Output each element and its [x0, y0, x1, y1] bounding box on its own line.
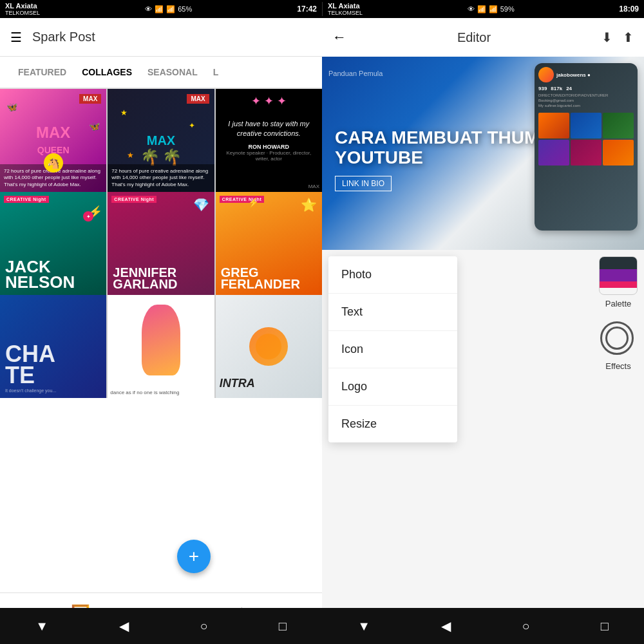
quote-card[interactable]: ✦ ✦ ✦ I just have to stay with my creati…: [216, 89, 322, 192]
download-button[interactable]: ⬇: [601, 30, 612, 45]
horse-icon: 🐴: [44, 153, 63, 173]
right-panel: ← Editor ⬇ ⬆ Panduan Pemula CARA MEMBUAT…: [322, 0, 644, 644]
tab-seasonal[interactable]: SEASONAL: [140, 57, 205, 88]
phone-avatar: [538, 67, 554, 82]
jack-nelson-card[interactable]: CREATIVE Night JACKNELSON ⚡ ✦: [0, 192, 106, 295]
fab-plus-icon: +: [189, 546, 199, 567]
creative-tag: CREATIVE Night: [4, 196, 49, 203]
status-right-time: 18:09: [619, 5, 639, 14]
menu-icon[interactable]: ☰: [10, 30, 22, 45]
system-nav-left: ▼ ◀ ○ □: [0, 608, 322, 644]
tab-featured[interactable]: FEATURED: [10, 57, 74, 88]
nav-recent-right[interactable]: □: [601, 619, 609, 634]
system-nav-right: ▼ ◀ ○ □: [322, 608, 644, 644]
effects-label: Effects: [605, 361, 631, 371]
phone-stats: 939 817k 24: [538, 86, 634, 91]
status-left-brand: XL Axiata TELKOMSEL: [5, 2, 40, 16]
jennifer-name: JENNIFERGARLAND: [113, 267, 177, 290]
intra-card[interactable]: INTRA: [216, 295, 322, 398]
status-left-icons: 👁 📶 📶 65%: [145, 5, 192, 14]
greg-ferlander-card[interactable]: CREATIVE Night GREGFERLANDER ⭐ ⚡: [216, 192, 322, 295]
right-toolbar: Palette Effects: [599, 256, 638, 371]
status-right-icons: 👁 📶 📶 59%: [468, 5, 515, 14]
palette-icon: [599, 256, 638, 295]
badge-icon: ✦: [83, 211, 93, 222]
status-left-time: 17:42: [297, 5, 317, 14]
phone-thumb-6: [603, 140, 634, 166]
fab-add-button[interactable]: +: [177, 540, 211, 573]
nav-recent-left[interactable]: □: [279, 619, 287, 634]
grid-row-3: CHATE It doesn't challenge you... dance …: [0, 295, 322, 398]
tab-collages[interactable]: COLLAGES: [74, 57, 140, 88]
menu-text-item[interactable]: Text: [328, 294, 457, 331]
palm-icons: 🌴 🌴: [114, 148, 207, 166]
star-icon: ⭐: [301, 197, 317, 213]
canvas-background: Panduan Pemula CARA MEMBUAT THUMBNAIL YO…: [322, 57, 644, 250]
app-title: Spark Post: [32, 30, 95, 44]
butterfly-icon: 🦋: [6, 102, 17, 112]
effects-tool-button[interactable]: Effects: [599, 321, 638, 371]
max-logo-dark: MAX: [187, 94, 209, 104]
max-dark-card[interactable]: MAX MAX ★ ✦ ★ 🌴 🌴 72 hours of pure creat…: [108, 89, 214, 192]
jack-name: JACKNELSON: [5, 260, 75, 290]
jennifer-garland-card[interactable]: CREATIVE Night JENNIFERGARLAND 💎: [108, 192, 214, 295]
max-logo: MAX: [79, 94, 101, 104]
phone-username: jakobowens ●: [556, 72, 591, 78]
phone-stat-2: 817k: [551, 86, 562, 91]
quote-decoration: ✦ ✦ ✦: [216, 94, 322, 108]
editor-title: Editor: [457, 30, 491, 45]
diamond-icon: 💎: [193, 197, 209, 213]
editor-dropdown-menu: Photo Text Icon Logo Resize: [328, 256, 457, 442]
phone-mockup: jakobowens ● 939 817k 24: [535, 63, 638, 231]
nav-home-right[interactable]: ○: [522, 619, 529, 634]
phone-screen: jakobowens ● 939 817k 24: [535, 63, 638, 231]
menu-photo-item[interactable]: Photo: [328, 256, 457, 294]
card-title: MAXQueen: [36, 125, 70, 156]
creative-tag2: CREATIVE Night: [111, 196, 156, 203]
dance-card[interactable]: dance as if no one is watching: [108, 295, 214, 398]
flower-decoration: [249, 327, 288, 366]
cha-title: CHATE: [5, 344, 101, 386]
phone-thumb-3: [603, 113, 634, 138]
max-pink-card[interactable]: MAX 72 hours of pure creative adrenaline…: [0, 89, 106, 192]
tabs-bar: FEATURED COLLAGES SEASONAL L: [0, 57, 322, 89]
dark-caption: 72 hours of pure creative adrenaline alo…: [108, 164, 214, 192]
quote-author: RON HOWARD Keynote speaker · Producer, d…: [223, 144, 314, 162]
dance-caption: dance as if no one is watching: [110, 390, 179, 395]
palette-label: Palette: [605, 299, 631, 308]
canvas-link-text: LINK IN BIO: [335, 176, 392, 191]
dancer-figure: [135, 305, 187, 388]
nav-back-left[interactable]: ◀: [119, 618, 129, 634]
nav-home-left[interactable]: ○: [200, 619, 207, 634]
nav-down-left[interactable]: ▼: [35, 619, 48, 634]
star1: ★: [120, 108, 128, 117]
cha-card[interactable]: CHATE It doesn't challenge you...: [0, 295, 106, 398]
grid-row-1: MAX 72 hours of pure creative adrenaline…: [0, 89, 322, 192]
nav-back-right[interactable]: ◀: [441, 618, 451, 634]
status-bar: XL Axiata TELKOMSEL 👁 📶 📶 65% 17:42 XL A…: [0, 0, 644, 18]
lightning2-icon: ⚡: [248, 197, 259, 207]
palette-tool-button[interactable]: Palette: [599, 256, 638, 308]
nav-down-right[interactable]: ▼: [357, 619, 370, 634]
right-header: ← Editor ⬇ ⬆: [322, 18, 644, 57]
quote-text: I just have to stay with my creative con…: [223, 119, 314, 139]
phone-bio: DIRECTOR/EDITOR/DP/ADVENTURER Booking@gm…: [538, 93, 634, 108]
tab-more[interactable]: L: [205, 57, 227, 88]
phone-thumbs: [538, 113, 634, 166]
back-button[interactable]: ←: [332, 29, 346, 46]
menu-resize-item[interactable]: Resize: [328, 406, 457, 442]
phone-thumb-2: [571, 113, 601, 138]
left-panel: ☰ Spark Post FEATURED COLLAGES SEASONAL …: [0, 0, 322, 644]
share-button[interactable]: ⬆: [623, 30, 634, 45]
greg-name: GREGFERLANDER: [221, 267, 300, 290]
editor-canvas[interactable]: Panduan Pemula CARA MEMBUAT THUMBNAIL YO…: [322, 57, 644, 250]
phone-thumb-4: [538, 140, 569, 166]
editor-tools-area: Photo Text Icon Logo Resize Palette Effe…: [322, 250, 644, 644]
status-bar-left: XL Axiata TELKOMSEL 👁 📶 📶 65% 17:42: [0, 2, 322, 16]
cha-subtitle: It doesn't challenge you...: [5, 388, 101, 393]
menu-logo-item[interactable]: Logo: [328, 368, 457, 406]
menu-icon-item[interactable]: Icon: [328, 331, 457, 368]
card-title-dark: MAX: [147, 133, 175, 148]
header-actions: ⬇ ⬆: [601, 30, 634, 45]
butterfly-icon2: 🦋: [89, 121, 100, 131]
